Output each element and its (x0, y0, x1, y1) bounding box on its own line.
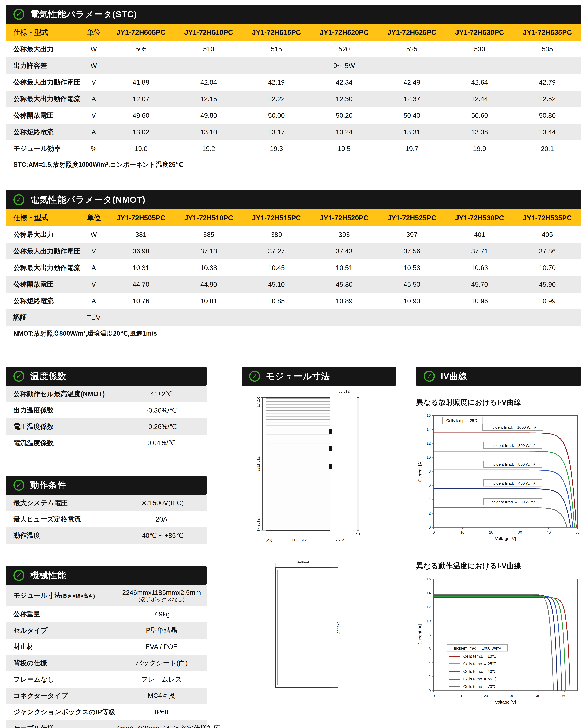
dim-label: (17.25) (256, 397, 260, 409)
cell-value: 10.38 (175, 264, 242, 272)
svg-text:Incident Irrad. = 1000 W/m²: Incident Irrad. = 1000 W/m² (489, 425, 536, 430)
cell-value: 44.90 (175, 280, 242, 288)
cell-value: 389 (242, 231, 310, 238)
section-title: モジュール寸法 (266, 370, 330, 382)
row-label: 公称短絡電流 (6, 128, 80, 137)
cell-value: 45.30 (310, 280, 378, 288)
spec-row: 電流温度係数 0.04%/℃ (6, 435, 207, 451)
spec-value: 2246mmx1185mmx2.5mm(端子ボックスなし) (116, 589, 207, 602)
svg-text:14: 14 (426, 427, 431, 432)
spec-label: 封止材 (6, 642, 116, 651)
operating-section: ✓ 動作条件 最大システム電圧 DC1500V(IEC) 最大ヒューズ定格電流 … (6, 476, 207, 544)
stc-table: 仕様・型式 単位 JY1-72H505PC JY1-72H510PC JY1-7… (6, 24, 581, 172)
model-header: JY1-72H505PC (107, 28, 175, 37)
spec-row: ジャンクションボックスのIP等級 IP68 (6, 704, 207, 720)
svg-text:50: 50 (562, 693, 566, 698)
cell-value: 45.50 (378, 280, 446, 288)
svg-text:Incident Irrad. = 800 W/m²: Incident Irrad. = 800 W/m² (490, 443, 535, 448)
section-title: 動作条件 (30, 479, 66, 491)
row-unit: A (80, 128, 107, 136)
row-label: 認証 (6, 313, 80, 322)
spec-row: 公称動作セル最高温度(NMOT) 41±2℃ (6, 386, 207, 402)
cell-value: 20.1 (514, 145, 581, 153)
spec-label: ケーブル仕様 (6, 724, 116, 728)
spec-row: 公称重量 7.9kg (6, 606, 207, 622)
iv-column: ✓ IV曲線 異なる放射照度におけるI-V曲線 0246810121416010… (416, 367, 581, 713)
row-label: 公称最大出力動作電流 (6, 94, 80, 104)
spec-value: -40℃ ~ +85℃ (116, 531, 207, 540)
spec-label: 出力温度係数 (6, 406, 116, 415)
spec-value: -0.26%/℃ (116, 423, 207, 431)
svg-text:Incident Irrad. = 800 W/m²: Incident Irrad. = 800 W/m² (490, 462, 535, 467)
module-drawing-front: 50.5±2 (17.25) 2211.5±2 17.25±2 (26) (241, 389, 396, 553)
check-circle-icon: ✓ (249, 371, 260, 382)
cell-value: 49.60 (107, 112, 175, 119)
cell-value: 42.79 (514, 78, 581, 86)
model-header: JY1-72H535PC (514, 214, 581, 222)
iv-chart2-title: 異なる動作温度におけるI-V曲線 (416, 561, 581, 571)
cell-value: 405 (514, 231, 581, 238)
cell-value: 37.27 (242, 247, 310, 255)
cell-value: 41.89 (107, 78, 175, 86)
dim-label: 5.5±2 (335, 538, 344, 542)
dim-label: (26) (266, 538, 272, 542)
spec-value: 20A (116, 515, 207, 523)
svg-text:10: 10 (457, 693, 462, 698)
right-area: ✓ モジュール寸法 (241, 367, 581, 728)
svg-text:8: 8 (429, 633, 431, 637)
check-circle-icon: ✓ (14, 371, 24, 382)
spec-label: ジャンクションボックスのIP等級 (6, 707, 116, 716)
dimensions-column: ✓ モジュール寸法 (241, 367, 396, 713)
section-title: 電気性能パラメータ(NMOT) (30, 194, 145, 206)
cell-value: 10.89 (310, 297, 378, 305)
row-label: 公称最大出力 (6, 230, 80, 239)
temp-coeff-header: ✓ 温度係数 (6, 367, 207, 386)
dim-label: 2.5 (355, 533, 360, 537)
cell-value: 510 (175, 45, 242, 53)
model-header: JY1-72H520PC (310, 214, 378, 222)
spec-row: 背板の仕様 バックシート(白) (6, 655, 207, 671)
cell-value: 12.22 (242, 95, 310, 103)
module-drawing-back: 1185±2 2246±2 (241, 561, 396, 697)
model-header: JY1-72H535PC (514, 28, 581, 37)
spec-value: 4mm², 400mmまたは顧客仕様対応 (116, 724, 220, 728)
dim-label: 1185±2 (297, 561, 309, 564)
row-unit: V (80, 78, 107, 86)
cell-value: 10.93 (378, 297, 446, 305)
spec-label: 電圧温度係数 (6, 422, 116, 431)
table-row: モジュール効率 % 19.0 19.2 19.3 19.5 19.7 19.9 … (6, 140, 581, 157)
check-circle-icon: ✓ (14, 570, 24, 581)
cell-value: 13.44 (514, 128, 581, 136)
stc-head-row: 仕様・型式 単位 JY1-72H505PC JY1-72H510PC JY1-7… (6, 24, 581, 41)
nmot-note: NMOT:放射照度800W/m²,環境温度20℃,風速1m/s (6, 326, 581, 341)
cell-value: 37.43 (310, 247, 378, 255)
dimensions-header: ✓ モジュール寸法 (241, 367, 396, 386)
cell-value: 45.90 (514, 280, 581, 288)
spec-value: 7.9kg (116, 610, 207, 618)
svg-text:10: 10 (426, 455, 431, 459)
dim-label: 2211.5±2 (256, 456, 260, 472)
cell-value: 12.52 (514, 95, 581, 103)
iv-header: ✓ IV曲線 (416, 367, 581, 386)
row-label: 公称最大出力動作電圧 (6, 78, 80, 87)
dim-label: 2246±2 (336, 621, 341, 634)
svg-text:Current [A]: Current [A] (418, 461, 422, 482)
row-unit: W (80, 62, 107, 70)
svg-text:Cells temp. = 55℃: Cells temp. = 55℃ (463, 677, 496, 681)
spec-row: セルタイプ P型単結晶 (6, 622, 207, 639)
cell-value: 37.86 (514, 247, 581, 255)
cell-value: 10.85 (242, 297, 310, 305)
cell-value: 37.71 (446, 247, 513, 255)
spec-value: フレームレス (116, 675, 207, 684)
cell-value: 12.37 (378, 95, 446, 103)
cell-value: 19.9 (446, 145, 513, 153)
row-unit: % (80, 145, 107, 153)
spec-label: 最大ヒューズ定格電流 (6, 515, 116, 524)
table-row: 公称最大出力動作電圧 V 41.89 42.04 42.19 42.34 42.… (6, 74, 581, 91)
svg-text:20: 20 (484, 693, 488, 698)
svg-text:Cells temp. = 10℃: Cells temp. = 10℃ (463, 654, 496, 659)
svg-text:6: 6 (429, 483, 431, 487)
mechanical-header: ✓ 機械性能 (6, 566, 207, 585)
cell-value: 505 (107, 45, 175, 53)
spec-row: 最大ヒューズ定格電流 20A (6, 511, 207, 527)
